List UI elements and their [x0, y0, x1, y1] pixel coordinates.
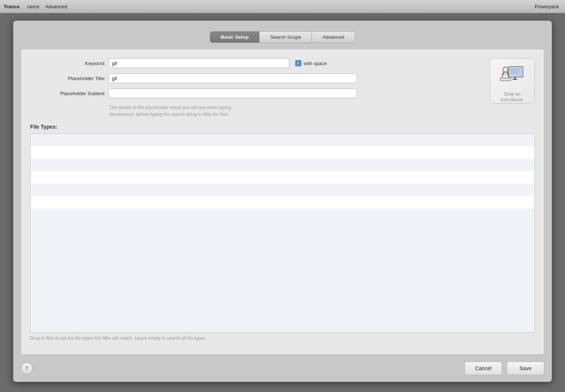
form-fields: Keyword: ✓ with space Placeholder — [30, 58, 482, 124]
icon-drop-label: Drop anicon above. — [501, 91, 524, 103]
icon-drop-area[interactable]: Drop anicon above. — [490, 58, 535, 103]
keyword-label: Keyword: — [30, 61, 105, 66]
svg-rect-2 — [514, 77, 516, 79]
menu-item-rance[interactable]: rance — [27, 4, 40, 9]
keyword-row: Keyword: ✓ with space — [30, 58, 482, 68]
panel-box: Keyword: ✓ with space Placeholder — [21, 49, 544, 355]
placeholder-subtext-label: Placeholder Subtext: — [30, 91, 105, 96]
right-buttons: Cancel Save — [464, 362, 544, 375]
svg-rect-3 — [512, 79, 518, 80]
tab-advanced[interactable]: Advanced — [312, 32, 355, 43]
form-section: Keyword: ✓ with space Placeholder — [30, 58, 482, 98]
file-types-label: File Types: — [30, 124, 535, 130]
menu-title: Trance — [4, 4, 20, 9]
cancel-button[interactable]: Cancel — [464, 362, 502, 375]
placeholder-title-input[interactable] — [108, 73, 357, 83]
with-space-label: with space — [304, 61, 327, 66]
main-window: Basic Setup Search Scope Advanced Ke — [13, 21, 552, 382]
checkmark-icon: ✓ — [296, 61, 300, 65]
icon-drop-image — [496, 59, 529, 90]
window-content: Basic Setup Search Scope Advanced Ke — [13, 21, 552, 355]
help-button[interactable]: ? — [21, 362, 33, 374]
placeholder-subtext-input[interactable] — [108, 88, 357, 98]
svg-rect-5 — [500, 78, 511, 81]
hint-text: The details of the placeholder result yo… — [109, 104, 482, 118]
placeholder-title-label: Placeholder Title: — [30, 76, 105, 81]
tab-group: Basic Setup Search Scope Advanced — [210, 31, 355, 43]
button-bar: ? Cancel Save — [13, 355, 552, 382]
keyword-input[interactable] — [108, 58, 289, 68]
menu-item-advanced[interactable]: Advanced — [45, 4, 67, 9]
tab-basic-setup[interactable]: Basic Setup — [210, 32, 260, 43]
form-with-icon: Keyword: ✓ with space Placeholder — [30, 58, 535, 124]
svg-point-4 — [503, 67, 508, 72]
tab-search-scope[interactable]: Search Scope — [260, 32, 312, 43]
tab-bar: Basic Setup Search Scope Advanced — [21, 31, 544, 43]
save-button[interactable]: Save — [507, 362, 544, 375]
with-space-checkbox[interactable]: ✓ — [295, 60, 301, 66]
menu-items: rance Advanced — [27, 4, 67, 9]
with-space-area: ✓ with space — [295, 60, 327, 66]
placeholder-title-row: Placeholder Title: — [30, 73, 482, 83]
menu-bar: Trance rance Advanced Powerpack — [0, 0, 565, 13]
placeholder-subtext-row: Placeholder Subtext: — [30, 88, 482, 98]
menu-right: Powerpack — [535, 4, 559, 9]
file-types-box[interactable] — [30, 134, 535, 333]
file-types-hint: Drop in files to set the file types this… — [30, 336, 535, 341]
